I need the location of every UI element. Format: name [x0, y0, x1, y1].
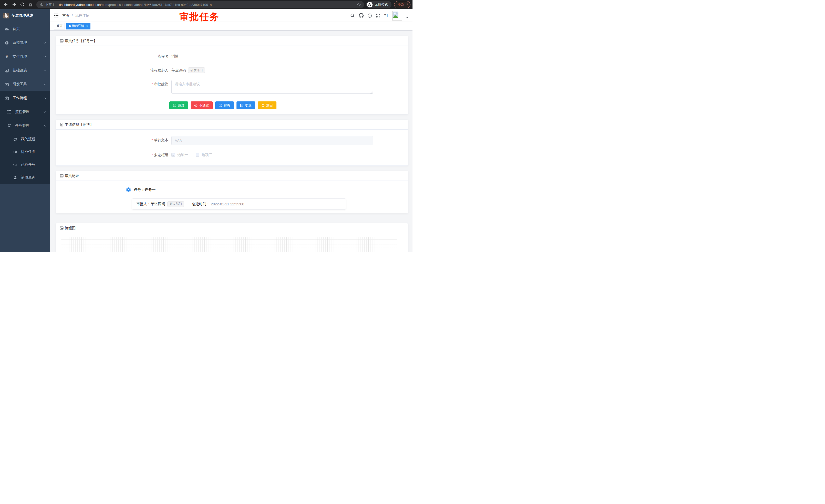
breadcrumb-home[interactable]: 首页 [62, 13, 69, 18]
close-icon[interactable]: × [86, 24, 88, 28]
sidebar-item-workflow[interactable]: 工作流程 [0, 91, 50, 105]
browser-home-button[interactable] [27, 1, 34, 8]
card-header: 审批记录 [56, 171, 408, 181]
browser-forward-button[interactable] [10, 1, 18, 8]
return-button[interactable]: 退回 [258, 101, 277, 109]
sidebar: 芋道管理系统 首页 系统管理 ¥ 支付管理 基础设施 [0, 9, 50, 252]
document-icon [60, 123, 64, 127]
sidebar-item-pay[interactable]: ¥ 支付管理 [0, 50, 50, 64]
gear-icon [4, 41, 9, 45]
fullscreen-icon[interactable] [376, 13, 380, 18]
record-detail-box: 审批人： 芋道源码 研发部门 创建时间： 2022-01-21 22:35:08 [132, 198, 346, 209]
tag-label: 流程详情 [72, 24, 84, 28]
reject-button[interactable]: 不通过 [191, 101, 213, 109]
app-logo-row[interactable]: 芋道管理系统 [0, 9, 50, 22]
card-header: 审批任务【任务一】 [56, 36, 408, 46]
checkbox-checked-icon [171, 153, 175, 157]
sidebar-item-infra[interactable]: 基础设施 [0, 64, 50, 77]
card-title: 审批任务【任务一】 [65, 39, 97, 43]
user-icon [12, 175, 18, 180]
font-size-icon[interactable]: TT [384, 13, 388, 18]
process-diagram-card: 流程图 [56, 223, 408, 252]
card-header: 申请信息【滔博】 [56, 120, 408, 130]
chevron-down-icon [43, 55, 46, 58]
bookmark-star-icon[interactable] [357, 3, 361, 7]
chevron-up-icon [43, 97, 46, 100]
single-text-row: 单行文本 [61, 136, 403, 145]
sidebar-item-devtools[interactable]: 研发工具 [0, 77, 50, 91]
sidebar-item-label: 工作流程 [12, 96, 27, 100]
annotation-text: 审批任务 [179, 10, 219, 23]
sidebar-item-label: 支付管理 [12, 54, 27, 59]
approver-label: 审批人： [136, 202, 151, 206]
checkbox-option-1: 选项一 [171, 153, 188, 157]
delegate-button[interactable]: 委派 [236, 101, 255, 109]
sidebar-item-todo-tasks[interactable]: 待办任务 [0, 146, 50, 158]
approval-task-card: 审批任务【任务一】 流程名 滔博 流程发起人 芋道源码 研发部门 [56, 36, 408, 114]
sidebar-item-done-tasks[interactable]: 已办任务 [0, 158, 50, 171]
github-icon[interactable] [359, 13, 364, 18]
sidebar-item-home[interactable]: 首页 [0, 22, 50, 36]
resize-handle[interactable] [370, 91, 373, 93]
field-label: 审批建议 [61, 80, 171, 88]
approval-record-card: 审批记录 任务：任务一 审批人： 芋道源码 研发部门 创建时间： 202 [56, 171, 408, 213]
monitor-icon [4, 68, 9, 73]
question-icon[interactable]: ? [367, 13, 372, 18]
sidebar-item-label: 请假查询 [21, 175, 35, 180]
sidebar-item-label: 任务管理 [15, 123, 29, 128]
url-divider [57, 3, 57, 7]
tag-home[interactable]: 首页 [54, 23, 65, 29]
update-button[interactable]: 更新 [394, 1, 410, 8]
avatar[interactable] [392, 11, 402, 20]
main-area: 审批任务 首页 / 流程详情 ? [50, 9, 412, 252]
tree-icon [6, 124, 12, 128]
browser-menu-icon[interactable] [406, 3, 407, 7]
breadcrumb-separator: / [72, 14, 73, 18]
toolbox-icon [4, 96, 9, 100]
field-label: 流程发起人 [61, 66, 171, 74]
svg-text:?: ? [369, 14, 371, 17]
security-label: 不安全 [45, 2, 55, 7]
app-title: 芋道管理系统 [11, 13, 33, 18]
tag-process-detail[interactable]: 流程详情 × [66, 23, 90, 29]
field-label: 流程名 [61, 52, 171, 61]
approval-actions: 通过 不通过 转办 委派 [169, 100, 403, 112]
chevron-down-icon [43, 111, 46, 113]
address-bar[interactable]: 不安全 dashboard.yudao.iocoder.cn/bpm/proce… [36, 1, 364, 8]
sidebar-item-label: 基础设施 [12, 68, 27, 73]
search-icon[interactable] [350, 13, 355, 18]
field-label: 单行文本 [61, 136, 171, 144]
caret-down-icon[interactable] [406, 17, 408, 18]
app-logo [3, 13, 9, 18]
sidebar-item-my-process[interactable]: 我的流程 [0, 133, 50, 146]
approve-button[interactable]: 通过 [169, 101, 188, 109]
approval-comment-input[interactable] [171, 80, 373, 94]
incognito-icon [367, 2, 373, 7]
toolbox-icon [4, 82, 9, 87]
sidebar-item-leave-query[interactable]: 请假查询 [0, 171, 50, 184]
bpmn-grid-canvas[interactable] [61, 237, 397, 252]
transfer-button[interactable]: 转办 [215, 101, 234, 109]
create-time-value: 2022-01-21 22:35:08 [211, 202, 244, 206]
chevron-down-icon [43, 69, 46, 72]
sidebar-item-task-mgmt[interactable]: 任务管理 [0, 119, 50, 133]
list-tree-icon [6, 110, 12, 114]
checkbox-option-2: 选项二 [196, 153, 212, 157]
single-text-input [171, 136, 373, 145]
dept-tag: 研发部门 [167, 201, 184, 207]
card-title: 审批记录 [65, 174, 79, 178]
checkbox-group-row: 多选框组 选项一 选项二 [61, 151, 403, 159]
card-title: 流程图 [65, 226, 76, 231]
sidebar-item-system[interactable]: 系统管理 [0, 36, 50, 50]
clock-icon [126, 187, 131, 192]
chevron-down-icon [43, 83, 46, 86]
warning-icon [40, 3, 43, 7]
field-label: 多选框组 [61, 151, 171, 159]
sidebar-item-process-mgmt[interactable]: 流程管理 [0, 105, 50, 119]
update-label: 更新 [398, 2, 404, 7]
tags-bar: 首页 流程详情 × [50, 22, 412, 30]
browser-back-button[interactable] [2, 1, 10, 8]
browser-reload-button[interactable] [18, 1, 26, 8]
yen-icon: ¥ [4, 55, 9, 59]
hamburger-icon[interactable] [54, 14, 58, 17]
